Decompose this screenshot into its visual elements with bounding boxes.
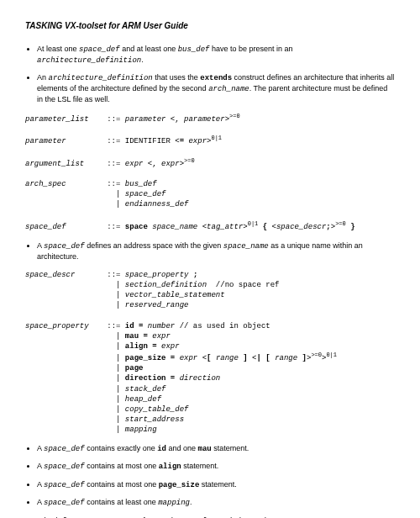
code-span: space_def xyxy=(44,445,85,453)
text: A xyxy=(37,444,44,452)
text: contains exactly one xyxy=(85,444,158,452)
bullet-list-2: A space_def defines an address space wit… xyxy=(25,240,395,262)
list-item: A space_def contains exactly one id and … xyxy=(37,443,395,454)
grammar-block-1: parameter_list ::= parameter <, paramete… xyxy=(25,113,395,232)
text: contains at least one xyxy=(85,498,159,506)
text: statement. xyxy=(181,462,219,470)
code-span: space_def xyxy=(44,481,85,489)
bullet-list-1: At least one space_def and at least one … xyxy=(25,44,395,105)
list-item: At least one space_def and at least one … xyxy=(37,44,395,66)
text: . xyxy=(190,498,192,506)
keyword: align xyxy=(159,462,181,471)
code-span: architecture_definition xyxy=(49,74,153,82)
text: have to be present in an xyxy=(210,45,293,53)
list-item: A space_def defines an address space wit… xyxy=(37,240,395,262)
text: At least one xyxy=(37,45,79,53)
text: and at least one xyxy=(120,45,178,53)
code-span: mapping xyxy=(158,499,190,507)
code-span: bus_def xyxy=(178,45,210,54)
text: A xyxy=(37,241,44,250)
code-span: arch_name xyxy=(208,85,249,93)
list-item: A space_def contains at most one page_si… xyxy=(37,479,395,490)
text: that uses the xyxy=(153,73,201,82)
list-item: A space_def contains at most one align s… xyxy=(37,461,395,472)
page-header: TASKING VX-toolset for ARM User Guide xyxy=(25,20,395,32)
grammar-block-2: space_descr ::= space_property ; | secti… xyxy=(25,270,395,435)
code-span: space_def xyxy=(44,499,85,507)
keyword: mau xyxy=(198,445,212,453)
keyword: page_size xyxy=(159,481,200,489)
list-item: An architecture_definition that uses the… xyxy=(37,72,395,104)
code-span: space_def xyxy=(79,45,120,54)
text: defines an address space with the given xyxy=(85,241,223,250)
bullet-list-3: A space_def contains exactly one id and … xyxy=(25,443,395,508)
text: statement. xyxy=(199,480,237,489)
text: and one xyxy=(166,444,198,452)
code-span: space_def xyxy=(44,462,85,471)
text: contains at most one xyxy=(85,480,159,489)
list-item: A space_def contains at least one mappin… xyxy=(37,497,395,508)
code-span: architecture_definition xyxy=(37,56,141,65)
code-span: space_name xyxy=(223,242,269,251)
text: A xyxy=(37,498,44,506)
text: contains at most one xyxy=(85,462,159,470)
keyword: extends xyxy=(200,74,232,82)
text: A xyxy=(37,462,44,470)
text: A xyxy=(37,480,44,489)
text: An xyxy=(37,73,49,82)
keyword: id xyxy=(157,445,166,453)
code-span: space_def xyxy=(44,242,85,251)
text: statement. xyxy=(212,444,249,452)
text: . xyxy=(141,56,144,64)
